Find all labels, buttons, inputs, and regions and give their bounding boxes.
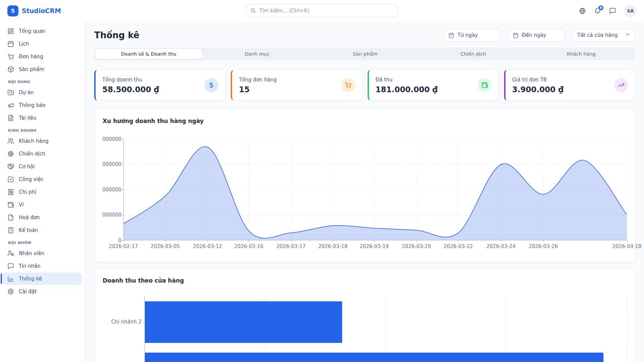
y-tick-label: 5000000: [103, 212, 121, 218]
header-actions: 8 SÁ: [398, 5, 637, 17]
sidebar-item-label: Cài đặt: [19, 289, 37, 295]
sidebar-item-tong-quan[interactable]: Tổng quan: [3, 25, 82, 37]
area-chart-plot[interactable]: [123, 139, 627, 240]
sidebar-item-cai-dat[interactable]: Cài đặt: [3, 285, 82, 298]
filters: Từ ngày Đến ngày Tất cả cửa hàng: [443, 29, 635, 42]
sidebar-item-label: Tài liệu: [19, 115, 37, 121]
notifications-button[interactable]: 8: [594, 7, 601, 14]
sidebar-item-co-hoi[interactable]: Cơ hội: [3, 160, 82, 173]
messages-button[interactable]: [609, 7, 616, 14]
sidebar-item-label: Công việc: [19, 176, 44, 182]
global-search: [246, 4, 398, 17]
x-axis-labels: 2026-02-172026-03-052026-03-122026-03-16…: [123, 240, 627, 252]
receipt-icon: [7, 189, 14, 195]
sidebar-item-thong-bao[interactable]: Thông báo: [3, 99, 82, 111]
tab-san-pham[interactable]: Sản phẩm: [312, 49, 418, 59]
x-tick-label: 2026-03-24: [486, 243, 516, 249]
sidebar-item-label: Hoá đơn: [19, 215, 40, 221]
bar-chi-nhanh-2[interactable]: [145, 301, 342, 343]
store-revenue-chart-title: Doanh thu theo cửa hàng: [103, 277, 627, 284]
sidebar-item-label: Sản phẩm: [19, 66, 44, 72]
tab-danh-muc[interactable]: Danh mục: [204, 49, 310, 59]
file-text-icon: [7, 115, 14, 121]
page-title: Thống kê: [94, 30, 140, 40]
date-to-button[interactable]: Đến ngày: [508, 29, 565, 42]
wallet-icon: [481, 82, 488, 88]
sidebar-item-don-hang[interactable]: Đơn hàng: [3, 50, 82, 63]
globe-icon: [579, 7, 586, 14]
stat-title: Đã thu: [376, 77, 438, 83]
daily-revenue-chart-card: Xu hướng doanh thu hàng ngày 05000000100…: [94, 109, 635, 262]
sidebar-item-du-an[interactable]: Dự án: [3, 86, 82, 99]
sidebar-item-hoa-don[interactable]: Hoá đơn: [3, 211, 82, 224]
stat-value: 3.900.000 ₫: [512, 85, 564, 94]
calculator-icon: [7, 227, 14, 234]
sidebar-item-tin-nhan[interactable]: Tin nhắn: [3, 260, 82, 272]
sidebar-item-label: Kế toán: [19, 227, 38, 233]
check-square-icon: [7, 176, 14, 183]
sidebar-item-nhan-vien[interactable]: Nhân viên: [3, 247, 82, 259]
y-tick-label: 15000000: [103, 161, 121, 167]
message-square-icon: [7, 263, 14, 269]
sidebar-item-khach-hang[interactable]: Khách hàng: [3, 135, 82, 147]
sidebar-section-label: KINH DOANH: [3, 124, 82, 135]
bar-row-2[interactable]: [145, 353, 603, 362]
sidebar-item-label: Cơ hội: [19, 164, 35, 170]
language-globe-button[interactable]: [579, 7, 586, 14]
tab-doanh-so-doanh-thu[interactable]: Doanh số & Doanh thu: [95, 49, 202, 59]
tab-chien-dich[interactable]: Chiến dịch: [420, 49, 527, 59]
sidebar-item-label: Đơn hàng: [19, 54, 43, 60]
file-invoice-icon: [7, 214, 14, 221]
sidebar-item-label: Tin nhắn: [19, 263, 41, 269]
store-select-value: Tất cả cửa hàng: [577, 32, 618, 38]
store-revenue-chart-card: Doanh thu theo cửa hàng Chi nhánh 2: [94, 269, 635, 362]
brand-logo[interactable]: S StudioCRM: [7, 5, 246, 16]
sidebar-item-label: Chiến dịch: [19, 151, 45, 157]
notification-badge: 8: [598, 5, 604, 11]
area-chart-svg[interactable]: [124, 139, 627, 240]
stat-card-da-thu: Đã thu181.000.000 ₫: [368, 70, 499, 101]
stat-title: Giá trị đơn TB: [512, 77, 564, 83]
sidebar-item-label: Tổng quan: [19, 28, 46, 34]
y-tick-label: 0: [103, 237, 121, 243]
user-cog-icon: [7, 250, 14, 257]
bar-chart-plot[interactable]: [145, 296, 627, 362]
sidebar-item-chi-phi[interactable]: Chi phí: [3, 186, 82, 198]
sidebar-item-label: Khách hàng: [19, 138, 49, 144]
sidebar-item-tai-lieu[interactable]: Tài liệu: [3, 112, 82, 124]
sidebar-item-label: Lịch: [19, 41, 29, 47]
search-input[interactable]: [246, 4, 398, 17]
stat-icon-circle: [341, 78, 355, 92]
sidebar-item-vi[interactable]: Ví: [3, 198, 82, 211]
message-square-icon: [609, 7, 616, 14]
sidebar-item-ke-toan[interactable]: Kế toán: [3, 224, 82, 236]
date-from-button[interactable]: Từ ngày: [443, 29, 500, 42]
x-tick-label: 2026-02-17: [109, 243, 138, 249]
calendar-icon: [513, 33, 519, 38]
stat-value: 181.000.000 ₫: [376, 85, 438, 94]
stats-tabs: Doanh số & Doanh thuDanh mụcSản phẩmChiế…: [94, 48, 635, 60]
layout-dashboard-icon: [7, 28, 14, 35]
stat-title: Tổng đơn hàng: [239, 77, 277, 83]
tab-khach-hang[interactable]: Khách hàng: [528, 49, 635, 59]
x-tick-label: 2026-03-12: [193, 243, 222, 249]
sidebar-item-cong-viec[interactable]: Công việc: [3, 173, 82, 185]
sidebar-section-label: ĐỘI NHÓM: [3, 237, 82, 247]
megaphone-icon: [7, 102, 14, 109]
wallet-icon: [7, 201, 14, 208]
sidebar-item-san-pham[interactable]: Sản phẩm: [3, 63, 82, 75]
shopping-cart-icon: [7, 53, 14, 60]
sidebar-item-label: Thông báo: [19, 102, 46, 108]
sidebar-item-thong-ke[interactable]: Thống kê: [3, 273, 82, 285]
sidebar-item-lich[interactable]: Lịch: [3, 38, 82, 50]
x-tick-label: 2026-03-20: [402, 243, 431, 249]
store-select[interactable]: Tất cả cửa hàng: [572, 29, 635, 42]
users-icon: [7, 138, 14, 144]
avatar[interactable]: SÁ: [624, 5, 637, 17]
calendar-icon: [7, 41, 14, 47]
sidebar-item-chien-dich[interactable]: Chiến dịch: [3, 147, 82, 160]
stat-card-tong-doanh-thu: Tổng doanh thu58.500.000 ₫: [94, 70, 225, 101]
main-content: Thống kê Từ ngày Đến ngày Tất cả cửa hàn…: [85, 21, 644, 362]
daily-revenue-chart-title: Xu hướng doanh thu hàng ngày: [103, 118, 627, 124]
x-tick-label: 2026-03-18: [318, 243, 347, 249]
